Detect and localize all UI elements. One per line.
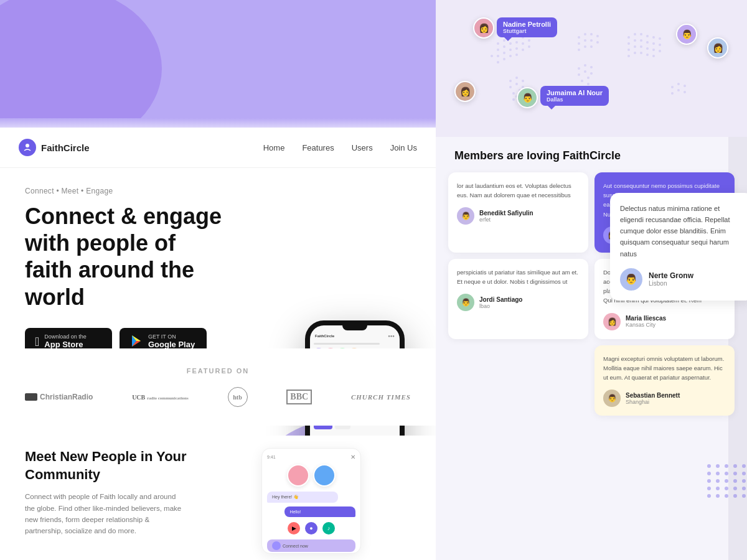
map-avatar-2: 👨 xyxy=(676,24,697,45)
hero-section: Connect • Meet • Engage Connect & engage… xyxy=(0,162,436,375)
svg-point-33 xyxy=(512,92,515,95)
big-author-city: Lisbon xyxy=(649,280,693,287)
nav-logo[interactable]: FaithCircle xyxy=(19,139,90,156)
svg-point-58 xyxy=(627,36,630,39)
author-info-4: Sebastian Bennett Shanghai xyxy=(626,392,680,405)
svg-point-76 xyxy=(627,55,630,57)
testimonial-author-4: 👨 Sebastian Bennett Shanghai xyxy=(603,390,726,407)
nav-features[interactable]: Features xyxy=(302,143,334,152)
svg-point-47 xyxy=(590,45,593,48)
svg-point-28 xyxy=(515,77,518,79)
svg-point-72 xyxy=(640,45,642,48)
svg-point-65 xyxy=(634,39,636,42)
testimonial-text-4: Magni excepturi omnis voluptatem ut labo… xyxy=(603,354,726,383)
nav-join[interactable]: Join Us xyxy=(390,143,417,152)
bottom-left-title: Meet New People in Your Community xyxy=(25,448,187,483)
svg-point-59 xyxy=(634,33,636,35)
svg-point-57 xyxy=(587,83,590,85)
author-avatar-0: 👨 xyxy=(457,207,474,225)
svg-point-43 xyxy=(590,39,593,42)
bottom-left-desc: Connect with people of Faith locally and… xyxy=(25,491,187,537)
svg-point-49 xyxy=(584,64,586,67)
svg-point-15 xyxy=(522,42,524,45)
svg-point-14 xyxy=(515,41,518,44)
svg-point-13 xyxy=(509,42,512,45)
location-pin-jumaima: Jumaima Al Nour Dallas xyxy=(540,86,609,106)
svg-point-81 xyxy=(671,86,674,88)
bottom-left-section: Meet New People in Your Community Connec… xyxy=(0,436,436,560)
svg-point-86 xyxy=(684,91,686,93)
bottom-phone-area: 9:41 ✕ Hey there! 👋 Hello! ▶ ● xyxy=(212,448,411,554)
testimonials-title: Members are loving FaithCircle xyxy=(448,149,735,162)
svg-point-16 xyxy=(528,45,530,48)
author-info-2: Jordi Santiago lbao xyxy=(479,296,522,309)
testimonial-card-0: lor aut laudantium eos et. Voluptas dele… xyxy=(448,172,588,253)
testimonial-author-0: 👨 Benedikt Safiyulin erfet xyxy=(457,207,580,225)
svg-point-82 xyxy=(677,83,680,85)
big-testimonial-text: Delectus natus minima ratione et eligend… xyxy=(620,203,743,259)
svg-point-5 xyxy=(497,42,499,45)
svg-point-12 xyxy=(503,45,505,48)
logo-christianradio: ChristianRadio xyxy=(25,393,93,401)
svg-point-45 xyxy=(578,49,580,51)
svg-point-18 xyxy=(497,55,499,57)
svg-point-62 xyxy=(652,36,655,39)
testimonial-card-2: perspiciatis ut pariatur itas similique … xyxy=(448,259,588,339)
nav-users[interactable]: Users xyxy=(352,143,373,152)
svg-point-77 xyxy=(634,52,636,54)
svg-point-30 xyxy=(509,86,512,88)
svg-point-22 xyxy=(522,49,524,51)
big-author-avatar: 👨 xyxy=(620,268,642,291)
bottom-phone-screen: 9:41 ✕ Hey there! 👋 Hello! ▶ ● xyxy=(261,448,361,554)
featured-label: FEATURED ON xyxy=(25,367,411,375)
svg-point-21 xyxy=(515,47,518,50)
chat-bubble-right: Hello! xyxy=(284,506,355,517)
svg-point-51 xyxy=(578,73,580,76)
appstore-text: Download on the App Store xyxy=(44,334,87,350)
svg-point-85 xyxy=(677,89,680,91)
svg-point-44 xyxy=(596,41,599,44)
author-avatar-2: 👨 xyxy=(457,294,474,311)
featured-section: FEATURED ON ChristianRadio UCB radio com… xyxy=(0,348,436,426)
nav-home[interactable]: Home xyxy=(263,143,285,152)
svg-point-11 xyxy=(497,49,499,51)
svg-point-41 xyxy=(578,42,580,45)
author-info-0: Benedikt Safiyulin erfet xyxy=(479,210,533,223)
author-city-4: Shanghai xyxy=(626,399,680,405)
logo-ucb: UCB radio communications xyxy=(132,393,189,401)
googleplay-label-small: GET IT ON xyxy=(148,334,176,340)
location-pin-nadine: Nadine Petrolli Stuttgart xyxy=(497,17,557,37)
svg-point-25 xyxy=(509,55,512,57)
svg-point-69 xyxy=(659,44,661,46)
svg-point-84 xyxy=(671,92,674,95)
author-avatar-4: 👨 xyxy=(603,390,621,407)
nav-links: Home Features Users Join Us xyxy=(263,143,417,152)
hero-title: Connect & engage with people of faith ar… xyxy=(25,203,224,310)
svg-point-48 xyxy=(578,67,580,70)
hero-subtitle: Connect • Meet • Engage xyxy=(25,187,417,195)
svg-point-67 xyxy=(646,41,649,44)
svg-point-60 xyxy=(640,33,642,35)
svg-point-46 xyxy=(584,45,586,48)
author-city-2: lbao xyxy=(479,303,522,309)
author-name-3: Maria Iliescas xyxy=(626,315,666,322)
author-name-4: Sebastian Bennett xyxy=(626,392,680,399)
svg-point-70 xyxy=(627,49,630,51)
phone-notch xyxy=(342,325,367,330)
svg-point-79 xyxy=(646,54,649,56)
bottom-left-text: Meet New People in Your Community Connec… xyxy=(25,448,187,554)
featured-logos: ChristianRadio UCB radio communications … xyxy=(25,387,411,407)
svg-point-64 xyxy=(627,42,630,45)
svg-point-24 xyxy=(503,58,505,60)
map-avatar-5: 👨 xyxy=(517,87,538,108)
big-author-name: Nerte Gronw xyxy=(649,271,693,280)
logo-icon xyxy=(19,139,36,156)
svg-point-17 xyxy=(491,55,493,57)
svg-point-83 xyxy=(684,85,686,87)
apple-icon:  xyxy=(35,335,39,349)
svg-point-20 xyxy=(509,49,512,51)
author-name-0: Benedikt Safiyulin xyxy=(479,210,533,217)
svg-point-38 xyxy=(584,33,586,35)
appstore-label-small: Download on the xyxy=(44,334,87,340)
logo-htb: htb xyxy=(228,387,248,407)
